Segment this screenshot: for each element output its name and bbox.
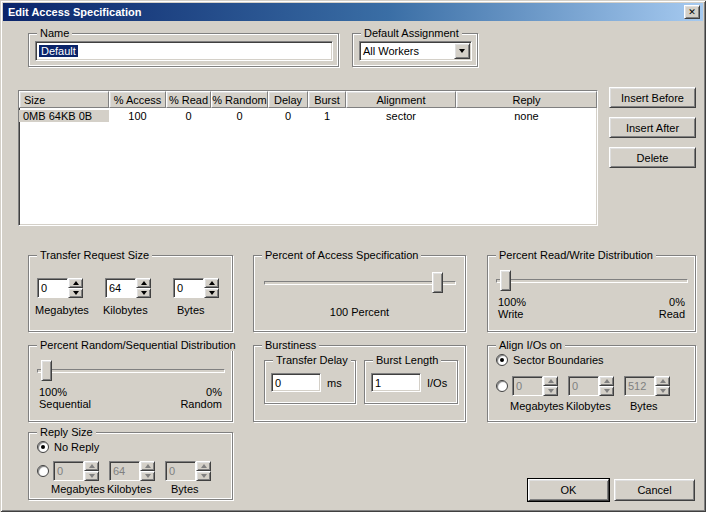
radio-icon <box>496 380 508 392</box>
spinner-value[interactable]: 0 <box>173 278 204 298</box>
kilobytes-label: Kilobytes <box>107 483 152 495</box>
trs-bytes-spinner[interactable]: 0 <box>173 278 219 298</box>
align-kilobytes-spinner: 0 <box>568 376 614 396</box>
radio-icon <box>37 441 49 453</box>
arrow-down-icon <box>73 291 79 295</box>
burstiness-group: Burstiness Transfer Delay 0 ms Burst Len… <box>253 345 466 422</box>
radio-icon <box>37 465 49 477</box>
spinner-value[interactable]: 0 <box>37 278 68 298</box>
burst-length-input[interactable]: 1 <box>371 373 421 392</box>
reply-size-label: Reply Size <box>37 426 96 438</box>
column-header-reply[interactable]: Reply <box>456 91 597 108</box>
spin-up-button[interactable] <box>136 278 151 288</box>
name-input[interactable]: Default <box>35 41 333 61</box>
chevron-down-icon <box>459 49 465 53</box>
bytes-label: Bytes <box>177 304 205 316</box>
sequential-label: Sequential <box>39 398 91 410</box>
spin-up-button <box>543 376 558 386</box>
arrow-up-icon <box>548 379 554 383</box>
spin-down-button <box>140 471 155 481</box>
reply-size-radio[interactable] <box>37 465 49 477</box>
radio-icon <box>496 354 508 366</box>
arrow-down-icon <box>209 291 215 295</box>
cell-random: 0 <box>211 110 268 122</box>
spin-down-button[interactable] <box>204 288 219 298</box>
column-header-access[interactable]: % Access <box>109 91 166 108</box>
cell-burst: 1 <box>308 110 346 122</box>
insert-before-button[interactable]: Insert Before <box>609 87 696 108</box>
cell-read: 0 <box>166 110 211 122</box>
random-percent: 0% <box>206 386 222 398</box>
spin-down-button <box>196 471 211 481</box>
cancel-button[interactable]: Cancel <box>614 479 695 501</box>
arrow-down-icon <box>660 389 666 393</box>
column-header-size[interactable]: Size <box>19 91 109 108</box>
titlebar[interactable]: Edit Access Specification ✕ <box>3 3 703 21</box>
dropdown-button[interactable] <box>454 43 470 59</box>
column-header-burst[interactable]: Burst <box>308 91 346 108</box>
write-percent: 100% <box>498 296 526 308</box>
percent-access-slider[interactable] <box>264 272 456 293</box>
column-header-alignment[interactable]: Alignment <box>346 91 456 108</box>
spinner-value: 0 <box>512 376 543 396</box>
default-assignment-select[interactable]: All Workers <box>359 41 472 61</box>
read-percent: 0% <box>669 296 685 308</box>
percent-access-value: 100 Percent <box>254 306 465 318</box>
spinner-value: 0 <box>165 461 196 481</box>
read-write-label: Percent Read/Write Distribution <box>496 249 656 261</box>
transfer-delay-label: Transfer Delay <box>273 354 351 366</box>
cell-access: 100 <box>109 110 166 122</box>
no-reply-radio[interactable]: No Reply <box>37 441 99 453</box>
column-header-read[interactable]: % Read <box>166 91 211 108</box>
spin-up-button <box>599 376 614 386</box>
insert-after-button[interactable]: Insert After <box>609 117 696 138</box>
arrow-down-icon <box>141 291 147 295</box>
spin-up-button <box>196 461 211 471</box>
spin-up-button <box>140 461 155 471</box>
spin-down-button <box>84 471 99 481</box>
transfer-delay-input[interactable]: 0 <box>271 373 321 392</box>
access-spec-table[interactable]: Size % Access % Read % Random Delay Burs… <box>18 90 598 226</box>
spin-up-button[interactable] <box>204 278 219 288</box>
slider-thumb[interactable] <box>41 360 52 381</box>
ok-button[interactable]: OK <box>528 479 609 501</box>
read-write-slider[interactable] <box>496 270 688 291</box>
spin-down-button[interactable] <box>68 288 83 298</box>
name-group: Name Default <box>28 33 339 67</box>
random-sequential-group: Percent Random/Sequential Distribution 1… <box>28 345 233 422</box>
arrow-down-icon <box>548 389 554 393</box>
window-title: Edit Access Specification <box>8 6 141 18</box>
random-sequential-slider[interactable] <box>37 360 225 381</box>
default-assignment-value: All Workers <box>363 45 419 57</box>
spinner-value: 64 <box>109 461 140 481</box>
align-size-radio[interactable] <box>496 380 508 392</box>
cell-alignment: sector <box>346 110 456 122</box>
column-header-random[interactable]: % Random <box>211 91 268 108</box>
edit-access-specification-dialog: Edit Access Specification ✕ Name Default… <box>0 0 706 512</box>
bytes-label: Bytes <box>630 400 658 412</box>
trs-megabytes-spinner[interactable]: 0 <box>37 278 83 298</box>
spin-down-button[interactable] <box>136 288 151 298</box>
align-ios-label: Align I/Os on <box>496 339 565 351</box>
transfer-delay-group: Transfer Delay 0 ms <box>264 360 356 404</box>
spinner-value[interactable]: 64 <box>105 278 136 298</box>
spin-up-button[interactable] <box>68 278 83 288</box>
percent-access-label: Percent of Access Specification <box>262 249 421 261</box>
sector-boundaries-radio[interactable]: Sector Boundaries <box>496 354 604 366</box>
spin-up-button <box>655 376 670 386</box>
arrow-up-icon <box>141 281 147 285</box>
delete-button[interactable]: Delete <box>609 147 696 168</box>
column-header-delay[interactable]: Delay <box>268 91 308 108</box>
spin-down-button <box>655 386 670 396</box>
trs-kilobytes-spinner[interactable]: 64 <box>105 278 151 298</box>
burst-length-group: Burst Length 1 I/Os <box>364 360 458 404</box>
slider-thumb[interactable] <box>432 272 443 293</box>
slider-thumb[interactable] <box>500 270 511 291</box>
spin-down-button <box>543 386 558 396</box>
no-reply-label: No Reply <box>54 441 99 453</box>
sector-boundaries-label: Sector Boundaries <box>513 354 604 366</box>
name-group-label: Name <box>37 27 72 39</box>
table-row[interactable]: 0MB 64KB 0B 100 0 0 0 1 sector none <box>19 108 597 124</box>
close-button[interactable]: ✕ <box>684 5 700 19</box>
read-label: Read <box>659 308 685 320</box>
